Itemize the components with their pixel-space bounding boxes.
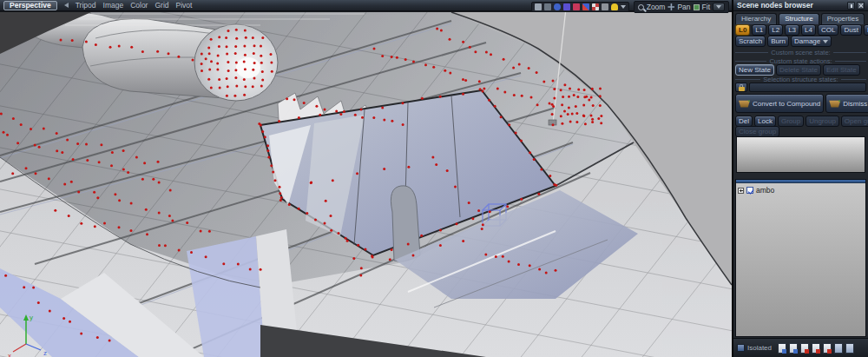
lock-state-button[interactable] [735, 83, 747, 92]
ungroup-button[interactable]: Ungroup [806, 116, 839, 127]
viewport-3d-scene[interactable]: y x z [0, 12, 732, 357]
camera-dropdown-button[interactable] [713, 3, 725, 11]
tab-properties[interactable]: Properties [821, 13, 865, 24]
axis-z-label: z [43, 349, 47, 357]
viewport-menubar: Perspective Tripod Image Color Grid Pivo… [0, 0, 732, 11]
menu-grid[interactable]: Grid [155, 1, 168, 10]
panel-header: Scene nodes browser [733, 0, 868, 11]
page-icon[interactable] [778, 343, 786, 354]
pen-icon[interactable] [573, 3, 580, 10]
scratch-button[interactable]: Scratch [735, 36, 766, 47]
tree-item-ambo[interactable]: ambo [736, 183, 865, 197]
lightbulb-icon[interactable] [611, 3, 618, 10]
folder-tree-icon[interactable] [834, 343, 843, 354]
dismiss-button[interactable]: Dismiss [825, 94, 868, 113]
axis-x-label: x [8, 352, 11, 357]
view-selector-label: Perspective [10, 1, 51, 10]
zoom-icon[interactable] [638, 4, 644, 10]
new-state-button[interactable]: New State [735, 64, 774, 76]
menu-tripod[interactable]: Tripod [76, 1, 96, 10]
close-icon[interactable] [857, 2, 865, 10]
axis-y-label: y [30, 314, 33, 321]
lock-row [735, 83, 866, 92]
checker-icon[interactable] [592, 3, 599, 10]
delete-state-button[interactable]: Delete State [776, 64, 821, 76]
viewport-tool-tray [531, 2, 629, 12]
palette-icon[interactable] [582, 3, 589, 10]
visibility-checkbox[interactable] [746, 187, 753, 194]
pan-button[interactable]: Pan [677, 3, 690, 11]
scene-tree[interactable]: ambo [735, 179, 866, 337]
application-window: Perspective Tripod Image Color Grid Pivo… [0, 0, 868, 357]
tab-hierarchy[interactable]: Hierarchy [735, 13, 777, 24]
lod-col-button[interactable]: COL [818, 24, 838, 36]
lod-l1-button[interactable]: L1 [752, 24, 766, 36]
lod-l4-button[interactable]: L4 [801, 24, 816, 36]
folder-list-icon[interactable] [845, 343, 854, 354]
lod-l3-button[interactable]: L3 [785, 24, 799, 36]
convert-to-compound-button[interactable]: Convert to Compound [735, 94, 824, 113]
dismiss-basket-icon [829, 100, 840, 108]
scene-nodes-browser-panel: Scene nodes browser Hierarchy Structure … [733, 0, 868, 357]
page-delete-icon[interactable] [812, 343, 820, 354]
lod-dust-button[interactable]: Dust [840, 24, 861, 36]
state-actions-row: New State Delete State Edit State [735, 64, 860, 76]
chevron-down-icon [823, 40, 828, 43]
burn-button[interactable]: Burn [767, 36, 789, 47]
section-custom-scene-state: Custom scene state: [735, 49, 866, 56]
menu-image[interactable]: Image [103, 1, 124, 10]
page-copy-icon[interactable] [789, 343, 798, 354]
select-icon[interactable] [535, 3, 542, 10]
scene-svg: y x z [0, 12, 732, 357]
lod-l0-button[interactable]: L0 [735, 24, 750, 36]
page-add-icon[interactable] [800, 343, 809, 354]
page-alert-icon[interactable] [823, 343, 832, 354]
sphere-icon[interactable] [554, 3, 561, 10]
group-button[interactable]: Group [778, 116, 804, 127]
panel-tabs: Hierarchy Structure Properties [735, 13, 865, 24]
panel-statusbar: Isolated [733, 338, 868, 357]
panel-title: Scene nodes browser [737, 1, 845, 10]
damage-button-row: Scratch Burn Damage [735, 36, 832, 47]
tree-item-label: ambo [756, 186, 774, 195]
pan-icon[interactable] [667, 3, 674, 10]
fit-icon[interactable] [694, 4, 700, 10]
menu-color[interactable]: Color [130, 1, 148, 10]
zoom-button[interactable]: Zoom [647, 3, 666, 11]
viewport: Perspective Tripod Image Color Grid Pivo… [0, 0, 732, 357]
tab-structure[interactable]: Structure [779, 13, 819, 24]
state-slot-bar[interactable] [749, 83, 866, 92]
back-arrow-icon[interactable] [64, 3, 69, 8]
lod-button-row: L0 L1 L2 L3 L4 COL Dust Dirt [735, 24, 868, 36]
fit-button[interactable]: Fit [702, 3, 710, 11]
brush-icon[interactable] [563, 3, 570, 10]
isolated-toggle[interactable]: Isolated [747, 344, 772, 352]
edit-state-button[interactable]: Edit State [823, 64, 860, 76]
eraser-icon[interactable] [602, 3, 608, 10]
compound-actions-row: Convert to Compound Dismiss [735, 94, 866, 113]
move-icon[interactable] [544, 3, 551, 10]
isolated-icon[interactable] [737, 344, 745, 352]
structure-states-list[interactable] [736, 136, 865, 173]
menu-pivot[interactable]: Pivot [176, 1, 193, 10]
viewport-nav-group: Zoom Pan Fit [634, 1, 729, 13]
pin-icon[interactable] [847, 2, 855, 10]
expand-icon[interactable] [738, 188, 744, 194]
damage-dropdown-button[interactable]: Damage [791, 36, 832, 47]
compound-basket-icon [739, 100, 750, 108]
view-selector-button[interactable]: Perspective [3, 1, 57, 10]
tray-dropdown-icon[interactable] [621, 5, 626, 9]
open-group-button[interactable]: Open group [841, 116, 868, 127]
lod-l2-button[interactable]: L2 [768, 24, 783, 36]
lod-dirt-button[interactable]: Dirt [864, 24, 868, 36]
